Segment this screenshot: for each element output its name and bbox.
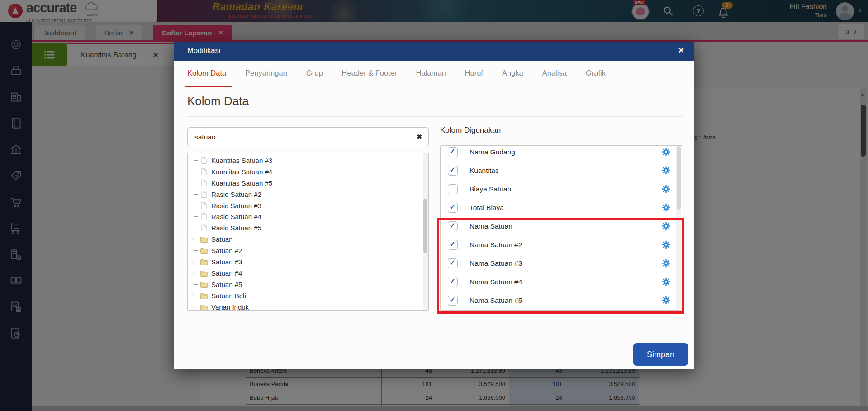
- document-icon: [200, 202, 208, 210]
- used-column-row[interactable]: Nama Satuan #2: [441, 235, 682, 254]
- tree-item[interactable]: ▷ Kuantitas Satuan #5: [188, 177, 423, 189]
- dialog-tab-label: Header & Footer: [342, 69, 397, 77]
- section-divider: [187, 116, 682, 117]
- gear-icon[interactable]: [661, 258, 671, 268]
- used-column-label: Nama Satuan #2: [470, 241, 522, 249]
- dialog-tab[interactable]: Kolom Data: [187, 69, 226, 87]
- checkbox[interactable]: [448, 277, 458, 287]
- dialog-tab[interactable]: Huruf: [465, 69, 483, 87]
- tree-item-label: Satuan #5: [211, 281, 242, 288]
- used-column-row[interactable]: Nama Satuan #3: [441, 254, 682, 272]
- folder-icon: [200, 303, 208, 311]
- used-list-scrollbar[interactable]: [676, 146, 681, 311]
- gear-icon[interactable]: [661, 240, 671, 249]
- tree-item[interactable]: ▷ Satuan #5: [188, 279, 423, 290]
- tree-scrollbar[interactable]: [423, 153, 428, 311]
- tree-scrollbar-thumb[interactable]: [423, 199, 427, 253]
- gear-icon[interactable]: [661, 277, 671, 287]
- folder-icon: [200, 281, 208, 288]
- gear-icon[interactable]: [661, 221, 671, 231]
- dialog-tab[interactable]: Header & Footer: [342, 69, 397, 87]
- tree-item[interactable]: ▷ Satuan #2: [188, 245, 423, 256]
- folder-icon: [200, 258, 208, 266]
- dialog-title: Modifikasi: [187, 46, 220, 55]
- tree-item[interactable]: ▷ Kuantitas Satuan #4: [188, 166, 423, 177]
- checkbox[interactable]: [448, 221, 458, 231]
- tree-item[interactable]: ▷ Rasio Satuan #2: [188, 189, 423, 200]
- tree-item[interactable]: ▷ Rasio Satuan #3: [188, 200, 423, 211]
- folder-icon: [200, 269, 208, 277]
- dialog-tab[interactable]: Grup: [306, 69, 323, 87]
- checkbox[interactable]: [448, 296, 458, 306]
- used-column-row[interactable]: Total Biaya: [441, 198, 682, 217]
- dialog-tab[interactable]: Angka: [502, 69, 523, 87]
- expander-icon[interactable]: ▷: [192, 271, 194, 275]
- dialog-tab[interactable]: Analisa: [542, 69, 567, 87]
- tree-item[interactable]: ▷ Satuan Beli: [188, 290, 423, 301]
- tree-item[interactable]: ▷ Satuan #4: [188, 268, 423, 279]
- used-column-label: Kuantitas: [470, 167, 499, 175]
- tree-item-label: Varian Induk: [211, 303, 249, 311]
- used-column-row[interactable]: Nama Satuan #4: [441, 272, 682, 291]
- used-columns-list: Nama Gudang Kuantitas Biaya Satuan: [440, 145, 682, 311]
- tree-item-label: Kuantitas Satuan #4: [211, 168, 272, 176]
- checkbox[interactable]: [448, 240, 458, 250]
- gear-icon[interactable]: [661, 166, 671, 175]
- used-column-label: Nama Satuan: [470, 222, 512, 230]
- tree-item[interactable]: ▷ Varian Induk: [188, 301, 423, 311]
- modifikasi-dialog: Modifikasi ✕ Kolom Data Penyaringan Grup…: [174, 42, 694, 369]
- dialog-tab-label: Analisa: [542, 69, 567, 77]
- tree-item[interactable]: ▷ Kuantitas Satuan #3: [188, 155, 423, 166]
- document-icon: [200, 191, 208, 198]
- save-button[interactable]: Simpan: [633, 343, 688, 366]
- used-column-row[interactable]: Kuantitas: [441, 161, 682, 180]
- checkbox[interactable]: [448, 147, 458, 157]
- dialog-tab-label: Grup: [306, 69, 323, 77]
- used-column-label: Biaya Satuan: [470, 185, 511, 193]
- tree-item-label: Satuan #3: [211, 258, 242, 266]
- dialog-tab-label: Penyaringan: [245, 69, 287, 77]
- dialog-tab[interactable]: Grafik: [586, 69, 606, 87]
- used-column-row[interactable]: Nama Satuan: [441, 217, 682, 235]
- gear-icon[interactable]: [661, 147, 671, 157]
- gear-icon[interactable]: [661, 203, 671, 212]
- tree-item[interactable]: ▷ Rasio Satuan #5: [188, 222, 423, 234]
- dialog-tab[interactable]: Halaman: [416, 69, 446, 87]
- dialog-header: Modifikasi ✕: [174, 42, 694, 61]
- document-icon: [200, 179, 208, 187]
- tree-item-label: Kuantitas Satuan #3: [211, 157, 272, 164]
- tree-item[interactable]: ▷ Rasio Satuan #4: [188, 211, 423, 222]
- used-column-row[interactable]: Nama Satuan #5: [441, 291, 682, 310]
- clear-search-icon[interactable]: ✖: [417, 133, 422, 140]
- checkbox[interactable]: [448, 203, 458, 213]
- expander-icon[interactable]: ▷: [192, 282, 194, 286]
- column-search-input[interactable]: [188, 128, 428, 147]
- used-list-scrollbar-thumb[interactable]: [677, 146, 681, 210]
- expander-icon[interactable]: ▷: [192, 293, 194, 297]
- expander-icon[interactable]: ▷: [192, 248, 194, 252]
- checkbox[interactable]: [448, 184, 458, 194]
- tree-item[interactable]: ▷ Satuan: [188, 234, 423, 245]
- gear-icon[interactable]: [661, 296, 671, 305]
- gear-icon[interactable]: [661, 184, 671, 194]
- expander-icon[interactable]: ▷: [192, 305, 194, 309]
- tree-item-label: Satuan Beli: [211, 292, 246, 300]
- tree-item[interactable]: ▷ Satuan #3: [188, 256, 423, 268]
- checkbox[interactable]: [448, 258, 458, 268]
- screen: Ramadan Kareem SELAMAT MENUNAIKAN IBADAH…: [0, 0, 868, 411]
- used-column-row[interactable]: Biaya Satuan: [441, 180, 682, 198]
- used-column-label: Total Biaya: [470, 204, 504, 212]
- dialog-close-icon[interactable]: ✕: [678, 46, 684, 55]
- expander-icon[interactable]: ▷: [192, 259, 194, 263]
- expander-icon[interactable]: ▷: [192, 237, 194, 241]
- used-column-row[interactable]: Nama Gudang: [441, 145, 682, 161]
- tree-item-label: Rasio Satuan #4: [211, 213, 261, 220]
- tree-item-label: Rasio Satuan #3: [211, 202, 261, 210]
- tree-item-label: Rasio Satuan #2: [211, 191, 261, 198]
- used-column-label: Nama Satuan #5: [470, 296, 522, 305]
- tree-item-label: Rasio Satuan #5: [211, 224, 261, 232]
- dialog-tabs-divider: [174, 91, 694, 91]
- dialog-footer-divider: [187, 338, 682, 338]
- dialog-tab[interactable]: Penyaringan: [245, 69, 287, 87]
- checkbox[interactable]: [448, 166, 458, 176]
